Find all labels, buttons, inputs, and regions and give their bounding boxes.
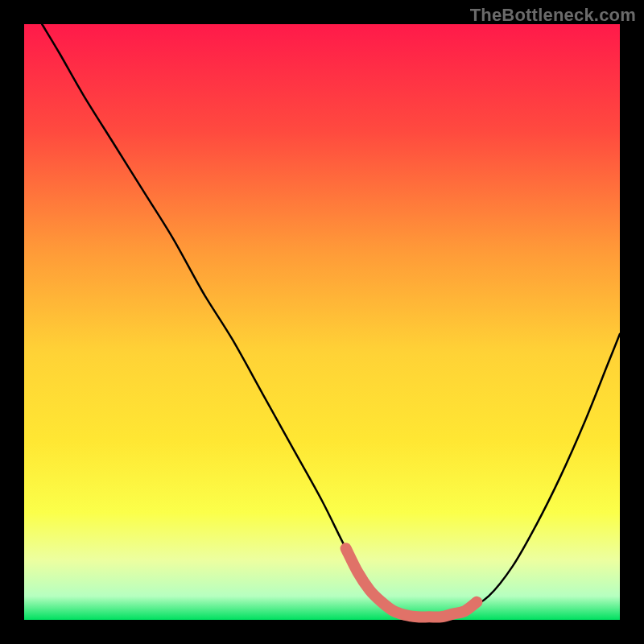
bottleneck-chart xyxy=(0,0,644,644)
plot-area xyxy=(24,24,620,620)
chart-container: TheBottleneck.com xyxy=(0,0,644,644)
watermark-text: TheBottleneck.com xyxy=(470,5,636,26)
